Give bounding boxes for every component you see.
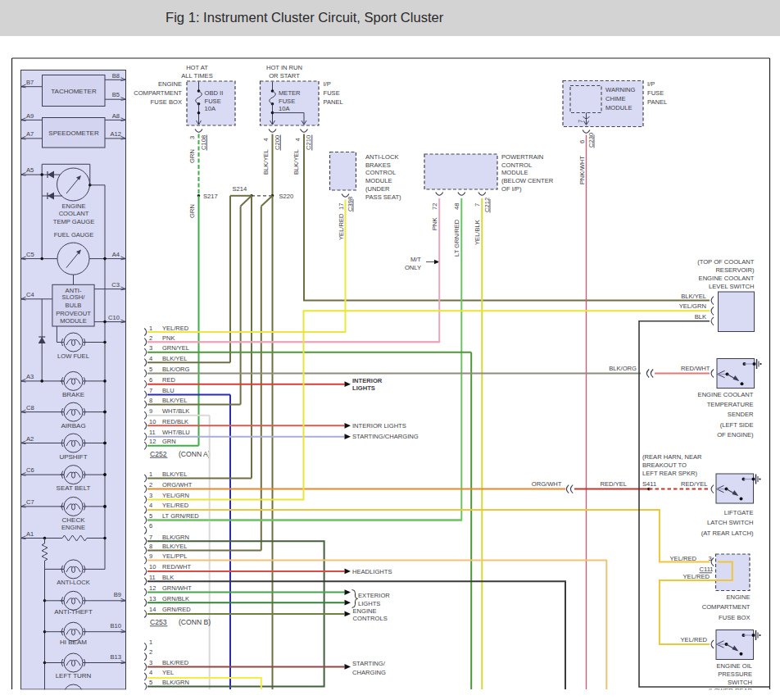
svg-text:LIGHTS: LIGHTS	[358, 600, 380, 607]
svg-text:RED/YEL: RED/YEL	[681, 480, 708, 488]
svg-text:HOT AT: HOT AT	[186, 64, 208, 71]
svg-text:B13: B13	[110, 653, 121, 661]
svg-text:B8: B8	[112, 72, 120, 80]
svg-text:C210: C210	[305, 135, 312, 150]
svg-text:SEAT BELT: SEAT BELT	[57, 484, 91, 492]
svg-text:ENGINE: ENGINE	[61, 202, 85, 210]
svg-text:SENDER: SENDER	[728, 411, 754, 418]
svg-text:YEL/RED: YEL/RED	[681, 636, 708, 643]
svg-text:M/T: M/T	[410, 256, 421, 263]
svg-text:BLK/ORG: BLK/ORG	[162, 366, 190, 373]
svg-text:HI BEAM: HI BEAM	[60, 639, 87, 646]
svg-text:5: 5	[149, 512, 152, 520]
svg-text:YEL/BLK: YEL/BLK	[474, 220, 481, 245]
svg-text:48: 48	[453, 203, 460, 210]
svg-text:INTERIOR LIGHTS: INTERIOR LIGHTS	[352, 422, 406, 430]
svg-text:METER: METER	[279, 89, 301, 97]
svg-text:MODULE: MODULE	[501, 169, 528, 176]
svg-text:LEFT REAR SPKR): LEFT REAR SPKR)	[642, 470, 697, 477]
svg-text:WARNING: WARNING	[605, 86, 636, 93]
svg-text:4: 4	[149, 355, 152, 362]
svg-text:BLK/YEL: BLK/YEL	[162, 470, 187, 478]
svg-text:COOLANT: COOLANT	[59, 210, 89, 217]
svg-text:C252: C252	[150, 450, 167, 458]
svg-text:WHT/BLK: WHT/BLK	[162, 407, 189, 415]
svg-text:LT GRN/RED: LT GRN/RED	[453, 219, 460, 257]
svg-text:FUSE BOX: FUSE BOX	[719, 614, 750, 621]
svg-text:PROVEOUT: PROVEOUT	[56, 310, 91, 317]
svg-text:GRN: GRN	[162, 438, 176, 445]
svg-text:CHECK: CHECK	[61, 516, 85, 524]
svg-text:(REAR HARN, NEAR: (REAR HARN, NEAR	[642, 453, 702, 461]
svg-text:BLU: BLU	[162, 387, 175, 394]
svg-text:GRN/YEL: GRN/YEL	[162, 344, 189, 352]
svg-text:BRAKES: BRAKES	[365, 161, 391, 169]
svg-text:A3: A3	[26, 373, 34, 380]
svg-text:CONTROLS: CONTROLS	[353, 615, 388, 622]
svg-text:C8: C8	[26, 404, 34, 411]
svg-text:10A: 10A	[279, 105, 290, 112]
svg-text:RED/WHT: RED/WHT	[681, 365, 710, 372]
svg-text:SLOSH/: SLOSH/	[62, 293, 86, 301]
svg-text:A9: A9	[26, 112, 34, 120]
svg-text:FUSE BOX: FUSE BOX	[151, 98, 182, 106]
svg-text:FUSE: FUSE	[647, 89, 664, 97]
svg-text:5: 5	[149, 679, 152, 686]
svg-text:3: 3	[149, 659, 152, 666]
svg-text:PANEL: PANEL	[647, 98, 667, 106]
svg-text:8: 8	[149, 543, 152, 550]
svg-text:C6: C6	[26, 466, 34, 474]
svg-text:AIRBAG: AIRBAG	[61, 422, 85, 430]
svg-text:Fig 1: Instrument Cluster Circ: Fig 1: Instrument Cluster Circuit, Sport…	[166, 10, 444, 25]
svg-text:A5: A5	[26, 166, 34, 174]
svg-text:LEFT TURN: LEFT TURN	[56, 672, 92, 680]
svg-text:STARTING/CHARGING: STARTING/CHARGING	[352, 433, 419, 440]
svg-text:2: 2	[149, 334, 152, 342]
svg-text:ANTI-LOCK: ANTI-LOCK	[365, 153, 399, 161]
svg-text:OR START: OR START	[269, 72, 300, 80]
svg-text:(AT REAR LATCH): (AT REAR LATCH)	[701, 530, 754, 537]
svg-text:LIGHTS: LIGHTS	[352, 384, 375, 392]
svg-text:A2: A2	[26, 435, 34, 443]
svg-text:OBD II: OBD II	[205, 89, 224, 97]
svg-text:A7: A7	[26, 130, 34, 138]
svg-text:TEMPERATURE: TEMPERATURE	[707, 401, 754, 408]
svg-text:LOW FUEL: LOW FUEL	[57, 352, 89, 360]
svg-text:BULB: BULB	[66, 302, 82, 309]
svg-text:ENGINE: ENGINE	[353, 607, 377, 615]
svg-text:YEL/RED: YEL/RED	[162, 502, 189, 509]
svg-text:ENGINE: ENGINE	[61, 524, 85, 531]
svg-text:C230: C230	[587, 133, 595, 148]
svg-text:BLK/ORG: BLK/ORG	[609, 365, 637, 372]
svg-text:B9: B9	[114, 591, 121, 598]
svg-text:B10: B10	[110, 622, 121, 630]
svg-text:POWERTRAIN: POWERTRAIN	[501, 153, 543, 161]
svg-text:ONLY: ONLY	[405, 264, 421, 271]
svg-text:COMPARTMENT: COMPARTMENT	[702, 603, 751, 611]
svg-text:C200: C200	[274, 135, 281, 150]
svg-text:UPSHIFT: UPSHIFT	[59, 453, 87, 461]
svg-text:1: 1	[149, 639, 152, 646]
svg-text:RED/YEL: RED/YEL	[601, 480, 628, 488]
svg-text:S411: S411	[642, 480, 656, 488]
svg-text:BLK: BLK	[162, 574, 174, 581]
svg-text:7: 7	[577, 120, 584, 123]
svg-text:ENGINE COOLANT: ENGINE COOLANT	[699, 275, 755, 282]
svg-text:ENGINE: ENGINE	[158, 80, 182, 88]
svg-text:C398: C398	[347, 197, 354, 211]
svg-text:6: 6	[149, 376, 152, 384]
svg-text:C4: C4	[26, 291, 34, 298]
svg-text:GRN/RED: GRN/RED	[162, 606, 191, 613]
svg-text:C212: C212	[483, 198, 491, 212]
svg-text:RED: RED	[162, 376, 175, 384]
svg-text:LIFTGATE: LIFTGATE	[724, 509, 754, 516]
svg-text:10A: 10A	[205, 105, 216, 112]
svg-text:6: 6	[149, 522, 152, 530]
svg-text:ENGINE: ENGINE	[726, 593, 750, 601]
svg-text:BLK/GRN: BLK/GRN	[162, 679, 189, 686]
svg-text:(BELOW CENTER: (BELOW CENTER	[501, 177, 554, 184]
svg-text:A8: A8	[112, 112, 120, 120]
svg-text:B5: B5	[112, 91, 120, 98]
svg-text:11: 11	[149, 429, 156, 436]
svg-text:9: 9	[149, 407, 152, 415]
